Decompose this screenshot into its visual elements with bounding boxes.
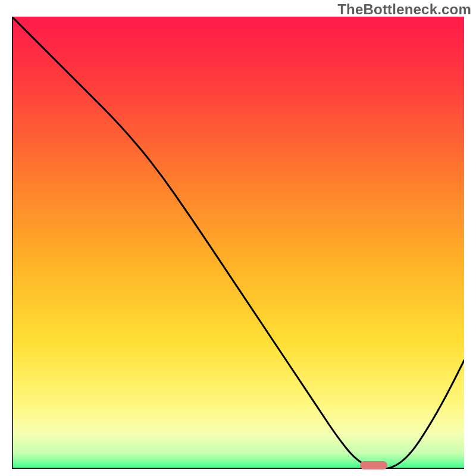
svg-rect-0: [12, 17, 464, 469]
plot-area: [12, 17, 464, 469]
plot-background-gradient: [12, 17, 464, 469]
bottleneck-marker: [360, 461, 387, 469]
watermark-text: TheBottleneck.com: [337, 1, 471, 18]
chart-container: TheBottleneck.com: [0, 0, 476, 476]
